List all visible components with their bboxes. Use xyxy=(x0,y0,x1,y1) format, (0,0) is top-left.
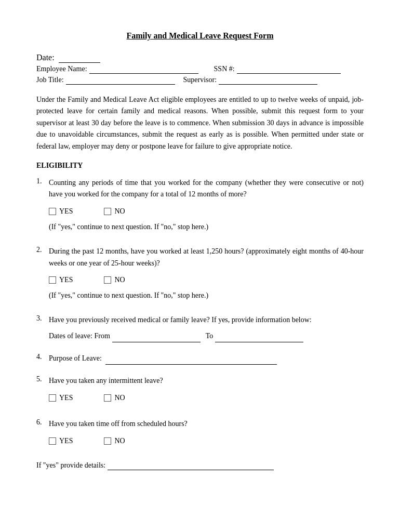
supervisor-field[interactable] xyxy=(219,76,317,85)
date-field[interactable] xyxy=(59,53,100,63)
checkbox-row-1: YES NO xyxy=(49,206,364,217)
jobtitle-supervisor-row: Job Title: Supervisor: xyxy=(36,76,364,85)
question-item-3: 3. Have you previously received medical … xyxy=(36,314,364,342)
dates-from-field[interactable] xyxy=(112,330,201,342)
no-label-6: NO xyxy=(114,435,125,447)
question-number-2: 2. xyxy=(36,246,49,304)
form-title: Family and Medical Leave Request Form xyxy=(36,31,364,41)
if-yes-field[interactable] xyxy=(108,461,274,470)
eligibility-title: ELIGIBILITY xyxy=(36,162,364,170)
dates-to-label: To xyxy=(206,330,214,342)
question-number-1: 1. xyxy=(36,177,49,235)
yes-label-1: YES xyxy=(59,206,73,217)
purpose-field[interactable] xyxy=(105,353,277,365)
supervisor-label: Supervisor: xyxy=(183,76,217,84)
date-row: Date: xyxy=(36,53,364,63)
header-section: Date: Employee Name: SSN #: Job Title: S… xyxy=(36,53,364,85)
hint-text-1: (If "yes," continue to next question. If… xyxy=(49,221,364,232)
question-item-2: 2. During the past 12 months, have you w… xyxy=(36,246,364,304)
question-number-4: 4. xyxy=(36,353,49,365)
question-item-5: 5. Have you taken any intermittent leave… xyxy=(36,375,364,408)
question-content-6: Have you taken time off from scheduled h… xyxy=(49,418,364,451)
date-label: Date: xyxy=(36,53,55,62)
employee-ssn-row: Employee Name: SSN #: xyxy=(36,65,364,74)
yes-checkbox-2[interactable]: YES xyxy=(49,274,73,286)
job-title-label: Job Title: xyxy=(36,76,64,84)
question-content-5: Have you taken any intermittent leave? Y… xyxy=(49,375,364,408)
ssn-label: SSN #: xyxy=(214,65,235,73)
dates-to-field[interactable] xyxy=(215,330,303,342)
yes-checkbox-5[interactable]: YES xyxy=(49,392,73,404)
no-box-5[interactable] xyxy=(104,394,111,402)
no-box-1[interactable] xyxy=(104,208,111,215)
yes-box-6[interactable] xyxy=(49,437,56,445)
yes-box-5[interactable] xyxy=(49,394,56,402)
yes-checkbox-1[interactable]: YES xyxy=(49,206,73,217)
ssn-field[interactable] xyxy=(237,65,341,74)
question-item-4: 4. Purpose of Leave: xyxy=(36,353,364,365)
no-box-2[interactable] xyxy=(104,276,111,284)
no-label-5: NO xyxy=(114,392,125,404)
dates-from-label: Dates of leave: From xyxy=(49,330,110,342)
yes-box-1[interactable] xyxy=(49,208,56,215)
yes-label-2: YES xyxy=(59,274,73,286)
question-content-1: Counting any periods of time that you wo… xyxy=(49,177,364,235)
question-content-3: Have you previously received medical or … xyxy=(49,314,364,342)
question-text-2: During the past 12 months, have you work… xyxy=(49,247,364,267)
checkbox-row-6: YES NO xyxy=(49,435,364,447)
question-content-2: During the past 12 months, have you work… xyxy=(49,246,364,304)
no-label-1: NO xyxy=(114,206,125,217)
if-yes-label: If "yes" provide details: xyxy=(36,461,105,470)
question-text-5: Have you taken any intermittent leave? xyxy=(49,377,163,384)
checkbox-row-2: YES NO xyxy=(49,274,364,286)
question-item-6: 6. Have you taken time off from schedule… xyxy=(36,418,364,451)
no-checkbox-5[interactable]: NO xyxy=(104,392,125,404)
checkbox-row-5: YES NO xyxy=(49,392,364,404)
no-checkbox-1[interactable]: NO xyxy=(104,206,125,217)
question-text-6: Have you taken time off from scheduled h… xyxy=(49,420,188,428)
question-text-1: Counting any periods of time that you wo… xyxy=(49,179,364,198)
question-number-6: 6. xyxy=(36,418,49,451)
no-label-2: NO xyxy=(114,274,125,286)
yes-label-6: YES xyxy=(59,435,73,447)
no-checkbox-2[interactable]: NO xyxy=(104,274,125,286)
intro-paragraph: Under the Family and Medical Leave Act e… xyxy=(36,94,364,152)
yes-checkbox-6[interactable]: YES xyxy=(49,435,73,447)
if-yes-row: If "yes" provide details: xyxy=(36,461,364,470)
question-content-4: Purpose of Leave: xyxy=(49,353,364,365)
question-number-5: 5. xyxy=(36,375,49,408)
yes-label-5: YES xyxy=(59,392,73,404)
employee-name-field[interactable] xyxy=(89,65,198,74)
dates-row: Dates of leave: From To xyxy=(49,330,364,342)
no-checkbox-6[interactable]: NO xyxy=(104,435,125,447)
question-text-4: Purpose of Leave: xyxy=(49,354,102,362)
question-item-1: 1. Counting any periods of time that you… xyxy=(36,177,364,235)
question-text-3: Have you previously received medical or … xyxy=(49,316,312,324)
question-list: 1. Counting any periods of time that you… xyxy=(36,177,364,451)
question-number-3: 3. xyxy=(36,314,49,342)
no-box-6[interactable] xyxy=(104,437,111,445)
hint-text-2: (If "yes," continue to next question. If… xyxy=(49,290,364,301)
page: Family and Medical Leave Request Form Da… xyxy=(0,0,400,532)
yes-box-2[interactable] xyxy=(49,276,56,284)
employee-name-label: Employee Name: xyxy=(36,65,87,73)
job-title-field[interactable] xyxy=(66,76,175,85)
